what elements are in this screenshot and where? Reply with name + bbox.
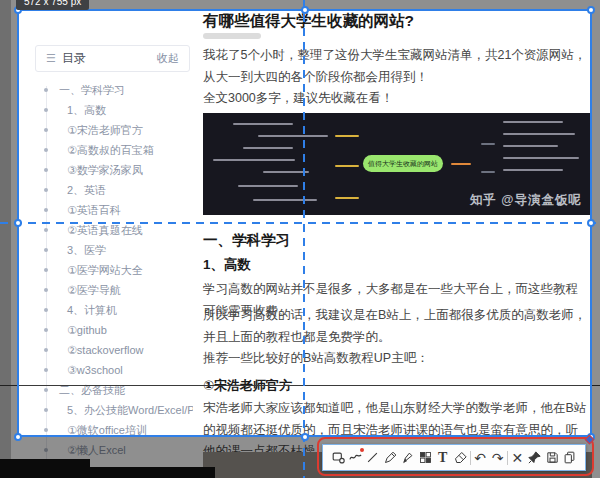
copy-icon[interactable] bbox=[562, 447, 578, 469]
undo-icon[interactable]: ↶ bbox=[472, 447, 488, 469]
selection-handle-ne[interactable] bbox=[587, 6, 595, 14]
selection-handle-e[interactable] bbox=[587, 219, 595, 227]
text-tool-icon[interactable]: T bbox=[435, 447, 451, 469]
toolbar-separator bbox=[507, 451, 508, 465]
toolbar-separator bbox=[470, 451, 471, 465]
save-icon[interactable] bbox=[544, 447, 560, 469]
mosaic-tool-icon[interactable] bbox=[417, 447, 433, 469]
active-color-dot bbox=[360, 448, 364, 452]
line-tool-icon[interactable] bbox=[365, 447, 381, 469]
pin-icon[interactable] bbox=[527, 447, 543, 469]
selection-handle-sw[interactable] bbox=[14, 433, 22, 441]
selection-handle-s[interactable] bbox=[301, 433, 309, 441]
selection-handle-n[interactable] bbox=[301, 6, 309, 14]
marker-tool-icon[interactable] bbox=[400, 447, 416, 469]
pencil-tool-icon[interactable] bbox=[382, 447, 398, 469]
eraser-tool-icon[interactable] bbox=[452, 447, 468, 469]
freehand-pen-tool-icon[interactable] bbox=[347, 447, 363, 469]
selection-rectangle[interactable] bbox=[17, 9, 592, 437]
cancel-icon[interactable]: ✕ bbox=[509, 447, 525, 469]
region-shape-tool-icon[interactable] bbox=[330, 447, 346, 469]
dimension-badge: 572 x 755 px bbox=[16, 0, 89, 10]
redo-icon[interactable]: ↷ bbox=[490, 447, 506, 469]
selection-handle-w[interactable] bbox=[14, 219, 22, 227]
screenshot-toolbar: T ↶ ↷ ✕ bbox=[322, 444, 586, 471]
screenshot-capture-overlay: ☰ 目录 收起 一、学科学习 1、高数 ①宋浩老师官方 ②高数叔的百宝箱 bbox=[0, 0, 600, 478]
